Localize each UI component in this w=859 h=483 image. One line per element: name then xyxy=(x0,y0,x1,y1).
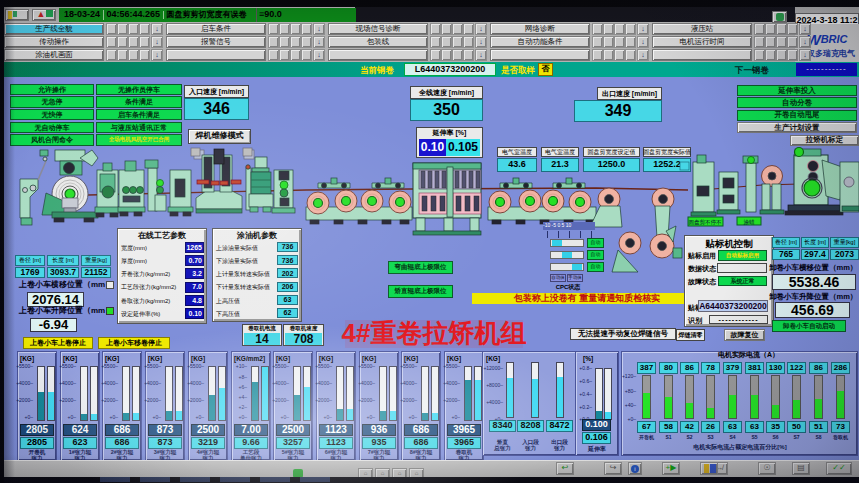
svg-text:圆盘剪不停不: 圆盘剪不停不 xyxy=(689,219,723,226)
svg-text:涂蜡: 涂蜡 xyxy=(744,219,756,226)
